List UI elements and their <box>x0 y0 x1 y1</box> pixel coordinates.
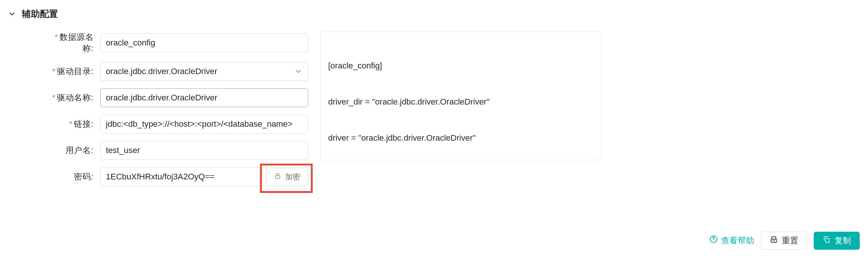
driver-name-input[interactable] <box>100 88 308 107</box>
label-driver-dir: *驱动目录: <box>44 66 93 77</box>
svg-rect-3 <box>772 237 776 239</box>
svg-rect-5 <box>825 238 829 242</box>
reset-button[interactable]: 重置 <box>761 232 807 250</box>
label-username: 用户名: <box>44 145 93 156</box>
driver-dir-select[interactable]: oracle.jdbc.driver.OracleDriver <box>100 62 308 81</box>
output-line: driver = "oracle.jdbc.driver.OracleDrive… <box>328 132 593 144</box>
config-form: *数据源名称: *驱动目录: oracle.jdbc.driver.Oracle… <box>44 32 308 187</box>
label-password: 密码: <box>44 171 93 183</box>
chevron-down-icon <box>294 67 303 76</box>
encrypt-button[interactable]: 加密 <box>266 168 308 186</box>
config-output[interactable]: [oracle_config] driver_dir = "oracle.jdb… <box>320 32 601 160</box>
help-icon <box>709 235 718 247</box>
url-input[interactable] <box>100 115 308 134</box>
output-line: [oracle_config] <box>328 59 593 72</box>
label-url: *链接: <box>44 118 93 130</box>
lock-icon <box>274 172 281 182</box>
datasource-name-input[interactable] <box>100 33 308 52</box>
chevron-down-icon <box>8 9 17 18</box>
section-title: 辅助配置 <box>22 8 58 20</box>
footer-actions: 查看帮助 重置 复制 <box>709 232 860 250</box>
username-input[interactable] <box>100 141 308 160</box>
reset-icon <box>770 235 778 246</box>
copy-button[interactable]: 复制 <box>814 232 860 250</box>
password-input[interactable] <box>100 167 261 186</box>
output-line: driver_dir = "oracle.jdbc.driver.OracleD… <box>328 96 593 108</box>
copy-icon <box>822 235 831 246</box>
help-link[interactable]: 查看帮助 <box>709 235 754 247</box>
svg-rect-0 <box>275 176 280 179</box>
label-driver-name: *驱动名称: <box>44 92 93 104</box>
label-datasource-name: *数据源名称: <box>44 32 93 55</box>
section-header[interactable]: 辅助配置 <box>8 8 859 20</box>
svg-point-2 <box>713 241 714 241</box>
